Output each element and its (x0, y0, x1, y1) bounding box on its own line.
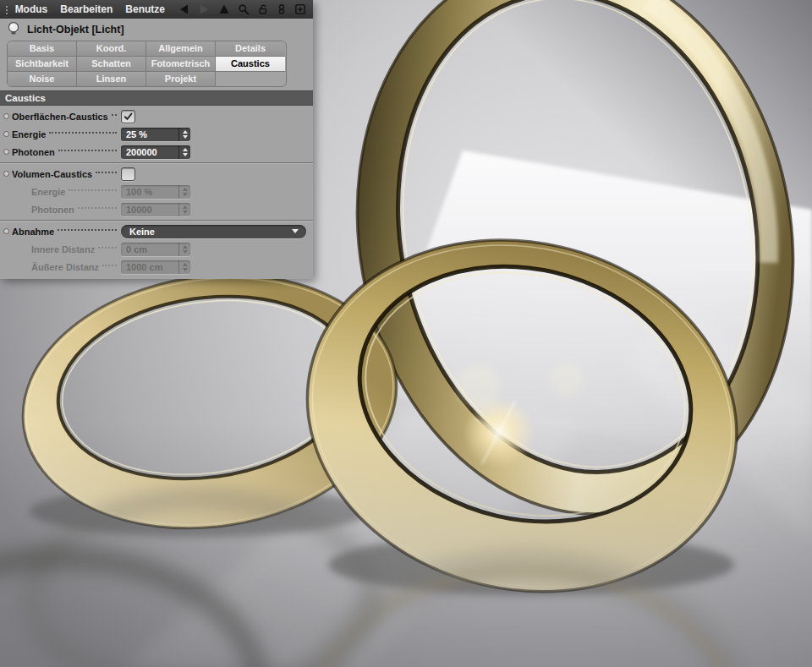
param-label: Oberflächen-Caustics (12, 112, 108, 122)
param-label: Äußere Distanz (31, 262, 99, 272)
parameter-list: Oberflächen-Caustics Energie 25 % Photon… (0, 106, 313, 276)
attribute-manager-menubar: Modus Bearbeiten Benutze (0, 0, 313, 19)
tab-koord[interactable]: Koord. (77, 41, 146, 57)
attribute-manager-panel: Modus Bearbeiten Benutze Licht-Objekt [L… (0, 0, 313, 279)
tab-caustics[interactable]: Caustics (216, 57, 285, 72)
tab-grid: Basis Koord. Allgemein Details Sichtbark… (7, 41, 287, 87)
aeussere-distanz-stepper: 1000 cm (121, 260, 190, 274)
stepper-up-icon[interactable] (183, 130, 188, 134)
param-label: Photonen (12, 147, 55, 157)
param-label: Energie (31, 187, 65, 197)
stepper-up-icon (183, 188, 188, 191)
stepper-buttons (178, 260, 190, 274)
stepper-buttons[interactable] (178, 128, 190, 141)
menu-modus[interactable]: Modus (15, 3, 48, 15)
check-icon (123, 112, 133, 121)
stepper-down-icon (183, 193, 188, 196)
energie-volumen-stepper: 100 % (121, 185, 190, 199)
photonen-stepper[interactable]: 200000 (121, 145, 190, 159)
stepper-down-icon (183, 250, 188, 254)
dot-leader (58, 149, 117, 151)
stepper-value[interactable]: 25 % (121, 128, 178, 141)
menu-benutzer[interactable]: Benutze (125, 3, 165, 15)
animation-dot[interactable] (3, 228, 9, 234)
tab-schatten[interactable]: Schatten (77, 57, 146, 72)
dot-leader (112, 113, 117, 116)
stepper-buttons (178, 243, 190, 256)
photonen-volumen-stepper: 10000 (121, 203, 190, 216)
row-innere-distanz: Innere Distanz 0 cm (0, 240, 313, 258)
param-label: Innere Distanz (31, 244, 95, 254)
dropdown-arrow-icon[interactable] (292, 229, 299, 233)
stepper-down-icon[interactable] (183, 135, 188, 139)
tab-linsen[interactable]: Linsen (77, 72, 146, 86)
stepper-buttons (178, 203, 190, 216)
animation-dot[interactable] (3, 113, 9, 119)
animation-dot[interactable] (3, 171, 9, 177)
add-panel-icon[interactable] (294, 3, 306, 15)
stepper-buttons[interactable] (178, 145, 190, 159)
menu-bearbeiten[interactable]: Bearbeiten (60, 3, 112, 15)
tab-grid-empty-cell (216, 72, 285, 86)
stepper-up-icon (183, 263, 188, 266)
object-title: Licht-Objekt [Licht] (27, 24, 124, 36)
param-label: Energie (12, 129, 46, 139)
dot-leader (58, 228, 117, 231)
param-label: Photonen (31, 205, 74, 215)
animation-dot[interactable] (3, 149, 9, 155)
tab-basis[interactable]: Basis (8, 41, 77, 57)
stepper-value: 10000 (121, 203, 178, 216)
dot-leader (98, 246, 117, 249)
energie-stepper[interactable]: 25 % (121, 128, 190, 141)
dot-leader (78, 206, 117, 209)
tab-allgemein[interactable]: Allgemein (146, 41, 216, 57)
param-label: Abnahme (12, 227, 54, 237)
tab-fotometrisch[interactable]: Fotometrisch (146, 57, 216, 72)
grip-icon[interactable] (5, 4, 8, 15)
up-icon[interactable] (218, 3, 230, 15)
stepper-down-icon (183, 268, 188, 271)
tab-noise[interactable]: Noise (8, 72, 77, 86)
stepper-value[interactable]: 200000 (121, 145, 178, 159)
stepper-up-icon (183, 245, 188, 249)
search-icon[interactable] (238, 3, 250, 15)
abnahme-dropdown[interactable]: Keine (121, 225, 306, 238)
stepper-buttons (178, 185, 190, 199)
stepper-up-icon[interactable] (183, 148, 188, 151)
volume-caustics-checkbox[interactable] (121, 167, 135, 181)
link-circles-icon[interactable] (277, 3, 287, 15)
unlock-icon[interactable] (257, 3, 269, 15)
section-header-caustics: Caustics (0, 90, 313, 106)
object-header: Licht-Objekt [Licht] (0, 19, 313, 41)
row-energie: Energie 25 % (0, 125, 313, 143)
menubar-icon-cluster (178, 3, 308, 15)
surface-caustics-checkbox[interactable] (121, 110, 135, 123)
stepper-up-icon (183, 205, 188, 209)
separator (0, 218, 313, 222)
tab-details[interactable]: Details (216, 41, 285, 57)
dot-leader (96, 171, 117, 173)
dot-leader (69, 189, 117, 191)
row-oberflaechen-caustics: Oberflächen-Caustics (0, 107, 313, 125)
stepper-down-icon[interactable] (183, 153, 188, 156)
separator (0, 161, 313, 165)
stepper-value: 100 % (121, 185, 178, 199)
back-icon[interactable] (178, 3, 190, 15)
light-bulb-icon (7, 21, 20, 38)
stepper-value: 1000 cm (121, 260, 178, 274)
param-label: Volumen-Caustics (12, 169, 92, 179)
row-volumen-caustics: Volumen-Caustics (0, 165, 313, 183)
stepper-value: 0 cm (121, 243, 178, 256)
dot-leader (49, 131, 117, 134)
row-photonen: Photonen 200000 (0, 143, 313, 161)
forward-icon[interactable] (198, 3, 211, 15)
stepper-down-icon (183, 210, 188, 214)
row-aeussere-distanz: Äußere Distanz 1000 cm (0, 258, 313, 276)
row-abnahme: Abnahme Keine (0, 222, 313, 240)
dropdown-value[interactable]: Keine (121, 227, 292, 237)
dot-leader (102, 264, 117, 266)
tab-sichtbarkeit[interactable]: Sichtbarkeit (8, 57, 77, 72)
tab-projekt[interactable]: Projekt (146, 72, 216, 86)
row-photonen-volumen: Photonen 10000 (0, 200, 313, 218)
animation-dot[interactable] (3, 131, 9, 137)
